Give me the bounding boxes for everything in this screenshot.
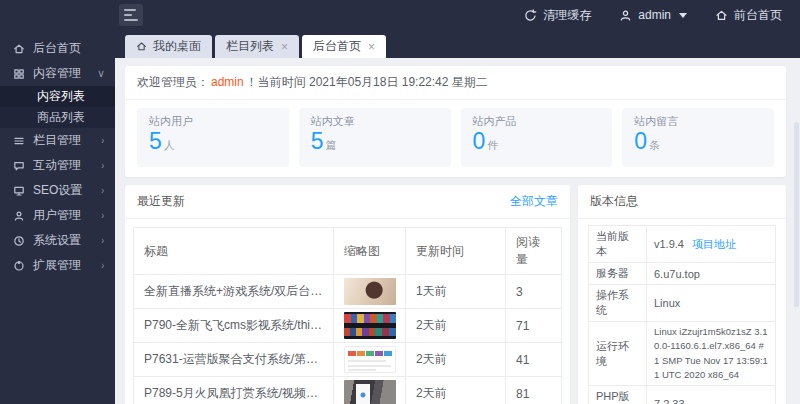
circle-icon — [13, 260, 25, 272]
version-value: 6.u7u.top — [647, 263, 776, 285]
welcome-username: admin — [211, 75, 244, 89]
sidebar-item-extensions[interactable]: 扩展管理 › — [0, 253, 115, 278]
stat-value: 0 — [634, 128, 647, 154]
welcome-panel: 欢迎管理员：admin！当前时间 2021年05月18日 19:22:42 星期… — [125, 66, 786, 177]
sidebar-item-category[interactable]: 栏目管理 › — [0, 128, 115, 153]
close-icon[interactable]: × — [368, 40, 375, 54]
clear-cache-button[interactable]: 清理缓存 — [524, 7, 591, 24]
chevron-right-icon: › — [102, 260, 105, 271]
table-row: P790-全新飞飞cms影视系统/think... 2天前 71 — [134, 309, 562, 343]
article-title-link[interactable]: P7631-运营版聚合支付系统/第三方... — [134, 343, 334, 377]
stat-value: 5 — [149, 128, 162, 154]
clear-cache-label: 清理缓存 — [543, 7, 591, 24]
sidebar-item-users[interactable]: 用户管理 › — [0, 203, 115, 228]
project-url-link[interactable]: 项目地址 — [692, 238, 736, 250]
table-row: 当前版本 v1.9.4项目地址 — [589, 226, 776, 263]
stat-card-articles: 站内文章 5篇 — [299, 108, 451, 167]
topbar-logo-area — [0, 0, 115, 30]
article-updated: 2天前 — [406, 343, 506, 377]
sidebar-item-label: 互动管理 — [33, 157, 93, 174]
article-updated: 1天前 — [406, 275, 506, 309]
username: admin — [638, 8, 671, 22]
version-info-panel: 版本信息 当前版本 v1.9.4项目地址 服务器 6.u7u.top — [578, 185, 786, 404]
all-articles-link[interactable]: 全部文章 — [510, 193, 558, 210]
stat-label: 站内文章 — [311, 114, 439, 128]
welcome-prefix: 欢迎管理员： — [137, 75, 209, 89]
caret-down-icon — [679, 13, 687, 18]
table-row: 服务器 6.u7u.top — [589, 263, 776, 285]
sidebar-item-label: 内容管理 — [33, 65, 89, 82]
stat-unit: 件 — [487, 139, 498, 151]
tab-admin-home[interactable]: 后台首页 × — [302, 35, 386, 58]
sidebar-item-content-list[interactable]: 内容列表 — [0, 86, 115, 107]
thumbnail-image — [344, 380, 396, 404]
table-row: 运行环境 Linux iZzujr1m5k0z1sZ 3.10.0-1160.6… — [589, 322, 776, 386]
tab-label: 我的桌面 — [153, 38, 201, 55]
close-icon[interactable]: × — [281, 40, 288, 54]
sidebar-item-dashboard[interactable]: 后台首页 — [0, 36, 115, 61]
front-home-button[interactable]: 前台首页 — [715, 7, 782, 24]
version-value: 7.2.33 — [647, 386, 776, 404]
article-updated: 2天前 — [406, 377, 506, 404]
table-row: P789-5月火凤凰打赏系统/视频打赏... 2天前 81 — [134, 377, 562, 404]
stat-unit: 条 — [649, 139, 660, 151]
stat-label: 站内用户 — [149, 114, 277, 128]
col-header-thumbnail: 缩略图 — [334, 228, 406, 275]
table-row: P7631-运营版聚合支付系统/第三方... 2天前 41 — [134, 343, 562, 377]
user-menu[interactable]: admin — [619, 8, 687, 22]
table-row: 全新直播系统+游戏系统/双后台服... 1天前 3 — [134, 275, 562, 309]
version-label: 当前版本 — [589, 226, 647, 263]
version-value: Linux — [647, 285, 776, 322]
col-header-updated: 更新时间 — [406, 228, 506, 275]
clock-icon — [13, 235, 25, 247]
stat-card-products: 站内产品 0件 — [461, 108, 613, 167]
sidebar-item-interaction[interactable]: 互动管理 › — [0, 153, 115, 178]
topbar: 清理缓存 admin 前台首页 — [0, 0, 800, 30]
sidebar-item-content[interactable]: 内容管理 ∨ — [0, 61, 115, 86]
stat-value: 5 — [311, 128, 324, 154]
tab-my-desktop[interactable]: 我的桌面 — [125, 35, 212, 58]
stat-value: 0 — [473, 128, 486, 154]
version-info-table: 当前版本 v1.9.4项目地址 服务器 6.u7u.top 操作系统 Linux — [588, 225, 776, 404]
article-reads: 71 — [506, 309, 562, 343]
article-title-link[interactable]: P790-全新飞飞cms影视系统/think... — [134, 309, 334, 343]
sidebar-item-label: 扩展管理 — [33, 257, 93, 274]
version-label: 运行环境 — [589, 322, 647, 386]
tab-category-list[interactable]: 栏目列表 × — [215, 35, 299, 58]
list-icon — [13, 135, 25, 147]
sidebar-item-label: 用户管理 — [33, 207, 93, 224]
stat-cards: 站内用户 5人 站内文章 5篇 站内产品 0件 站内留言 0条 — [125, 100, 786, 177]
sidebar-item-label: SEO设置 — [33, 182, 93, 199]
front-home-label: 前台首页 — [734, 7, 782, 24]
article-reads: 3 — [506, 275, 562, 309]
sidebar-item-label: 系统设置 — [33, 232, 93, 249]
article-title-link[interactable]: P789-5月火凤凰打赏系统/视频打赏... — [134, 377, 334, 404]
chevron-right-icon: › — [102, 235, 105, 246]
monitor-icon — [13, 185, 25, 197]
refresh-icon — [524, 9, 537, 22]
stat-label: 站内留言 — [634, 114, 762, 128]
version-label: 操作系统 — [589, 285, 647, 322]
person-icon — [13, 210, 25, 222]
sidebar-item-label: 栏目管理 — [33, 132, 93, 149]
tab-label: 栏目列表 — [226, 38, 274, 55]
chevron-right-icon: › — [102, 160, 105, 171]
article-title-link[interactable]: 全新直播系统+游戏系统/双后台服... — [134, 275, 334, 309]
thumbnail-image — [344, 346, 396, 373]
hamburger-menu-button[interactable] — [119, 4, 143, 26]
article-reads: 81 — [506, 377, 562, 404]
main-content: 欢迎管理员：admin！当前时间 2021年05月18日 19:22:42 星期… — [115, 58, 800, 404]
stat-card-messages: 站内留言 0条 — [622, 108, 774, 167]
sidebar-item-label: 后台首页 — [33, 40, 105, 57]
sidebar-item-goods-list[interactable]: 商品列表 — [0, 107, 115, 128]
stat-unit: 篇 — [326, 139, 337, 151]
table-row: PHP版本 7.2.33 — [589, 386, 776, 404]
version-label: PHP版本 — [589, 386, 647, 404]
recent-updates-panel: 最近更新 全部文章 标题 缩略图 更新时间 阅读量 — [125, 185, 570, 404]
sidebar-item-system[interactable]: 系统设置 › — [0, 228, 115, 253]
sidebar-item-seo[interactable]: SEO设置 › — [0, 178, 115, 203]
scrollbar-thumb[interactable] — [794, 122, 799, 307]
panel-title: 版本信息 — [590, 193, 638, 210]
thumbnail-image — [344, 312, 396, 339]
col-header-title: 标题 — [134, 228, 334, 275]
